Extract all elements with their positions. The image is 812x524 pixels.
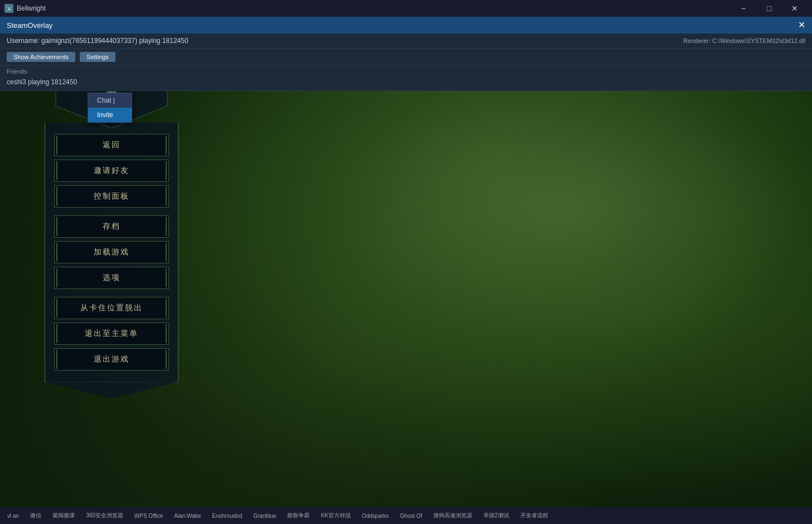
renderer-text: Renderer: C:\Windows\SYSTEM32\d3d12.dll [683, 37, 805, 44]
overlay-actions: Show Achievements Settings [0, 49, 812, 66]
context-chat[interactable]: Chat | [88, 93, 132, 108]
taskbar-item[interactable]: 360安全浏览器 [81, 509, 128, 522]
title-bar-controls: − □ ✕ [731, 0, 808, 17]
context-invite[interactable]: Invite [88, 108, 132, 122]
menu-buttons: 返回 邀请好友 控制面板 存档 加载游戏 选项 从卡住位置脱出 退出至主菜单 退… [45, 123, 178, 382]
taskbar: vl an微信紫阅微课360安全浏览器WPS OfficeAlan:WakeEn… [0, 507, 812, 524]
friend-name[interactable]: ceshi3 playing 1812450 [7, 78, 77, 86]
menu-exit-main-menu-button[interactable]: 退出至主菜单 [54, 323, 169, 345]
context-menu: Chat | Invite [88, 93, 132, 123]
taskbar-item[interactable]: 开发者流程 [515, 509, 553, 522]
taskbar-item[interactable]: vl an [2, 509, 24, 522]
show-achievements-button[interactable]: Show Achievements [7, 52, 75, 62]
window-close-button[interactable]: ✕ [782, 0, 808, 17]
taskbar-item[interactable]: Alan:Wake [169, 509, 206, 522]
friends-label: Friends [7, 68, 805, 75]
title-bar-left: ⚔ Bellwright [4, 4, 46, 13]
menu-exit-game-button[interactable]: 退出游戏 [54, 348, 169, 371]
taskbar-item[interactable]: 微信 [25, 509, 46, 522]
friends-section: Friends ceshi3 playing 1812450 Chat | In… [0, 66, 812, 91]
taskbar-item[interactable]: Granblue [248, 509, 281, 522]
overlay-header: SteamOverlay ✕ [0, 17, 812, 33]
taskbar-item[interactable]: WPS Office [129, 509, 168, 522]
taskbar-item[interactable]: 膨胀争霸 [282, 509, 315, 522]
taskbar-item[interactable]: 紫阅微课 [47, 509, 80, 522]
title-bar-title: Bellwright [17, 4, 46, 12]
menu-load-game-button[interactable]: 加载游戏 [54, 241, 169, 263]
menu-unstuck-button[interactable]: 从卡住位置脱出 [54, 297, 169, 319]
overlay-title: SteamOverlay [7, 21, 52, 30]
taskbar-item[interactable]: Oddsparks [357, 509, 394, 522]
taskbar-item[interactable]: KK官方对战 [316, 509, 355, 522]
overlay-close-button[interactable]: ✕ [798, 21, 805, 30]
app-icon: ⚔ [4, 4, 13, 13]
taskbar-item[interactable]: Ghost Of [395, 509, 427, 522]
maximize-button[interactable]: □ [756, 0, 782, 17]
username-text: Username: gaimignzi(76561199444037337) p… [7, 37, 188, 45]
settings-button[interactable]: Settings [80, 52, 115, 62]
minimize-button[interactable]: − [731, 0, 756, 17]
taskbar-item[interactable]: 搜狗高速浏览器 [428, 509, 477, 522]
overlay-info-bar: Username: gaimignzi(76561199444037337) p… [0, 33, 812, 49]
friend-item: ceshi3 playing 1812450 Chat | Invite [7, 76, 805, 88]
menu-invite-friend-button[interactable]: 邀请好友 [54, 160, 169, 182]
taskbar-item[interactable]: Enshrouded [207, 509, 247, 522]
taskbar-item[interactable]: 帝国2测试 [478, 509, 514, 522]
steam-overlay-panel: SteamOverlay ✕ Username: gaimignzi(76561… [0, 17, 812, 91]
menu-control-panel-button[interactable]: 控制面板 [54, 185, 169, 208]
title-bar: ⚔ Bellwright − □ ✕ [0, 0, 812, 17]
menu-options-button[interactable]: 选项 [54, 267, 169, 289]
menu-save-button[interactable]: 存档 [54, 215, 169, 238]
menu-back-button[interactable]: 返回 [54, 134, 169, 156]
